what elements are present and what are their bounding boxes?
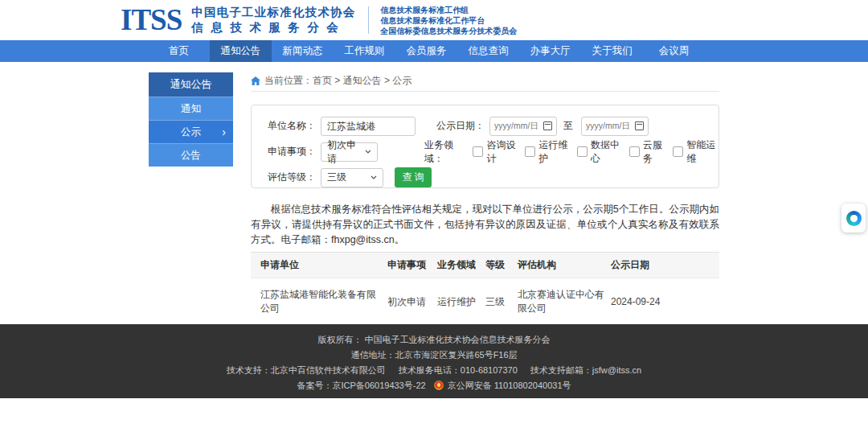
apply-item-value: 初次申请 xyxy=(327,138,365,166)
checkbox-icon[interactable] xyxy=(525,146,535,157)
publicity-date-end-input[interactable]: yyyy/mm/日 xyxy=(581,117,649,136)
sidebar-title: 通知公告 xyxy=(149,72,233,97)
footer-support: 技术支持：北京中百信软件技术有限公司 xyxy=(227,365,386,375)
table-row: 江苏盐城港智能化装备有限公司 初次申请 运行维护 三级 北京赛迪认证中心有限公司… xyxy=(251,278,719,326)
footer-police[interactable]: 京公网安备 11010802040031号 xyxy=(448,381,571,390)
apply-item-select[interactable]: 初次申请 xyxy=(321,142,378,162)
apply-item-label: 申请事项： xyxy=(261,145,316,158)
police-badge-icon xyxy=(434,381,444,390)
checkbox-operation-maintenance[interactable]: 运行维护 xyxy=(525,138,571,166)
site-footer: 版权所有： 中国电子工业标准化技术协会信息技术服务分会 通信地址：北京市海淀区复… xyxy=(0,324,868,398)
nav-item-work-rules[interactable]: 工作规则 xyxy=(334,40,395,62)
checkbox-label: 咨询设计 xyxy=(486,138,518,166)
footer-support-line: 技术支持：北京中百信软件技术有限公司 技术服务电话：010-68107370 技… xyxy=(220,365,648,375)
publicity-notice-text: 根据信息技术服务标准符合性评估相关规定，现对以下单位进行公示，公示期5个工作日。… xyxy=(251,202,719,248)
breadcrumb-path: 首页 > 通知公告 > 公示 xyxy=(313,74,411,88)
business-domain-group: 业务领域： 咨询设计 运行维护 数据中心 云服务 xyxy=(424,138,719,166)
date-range-to-label: 至 xyxy=(563,119,573,133)
chevron-right-icon: › xyxy=(222,121,226,143)
table-header-apply-item: 申请事项 xyxy=(387,253,437,278)
tagline-3: 全国信标委信息技术服务分技术委员会 xyxy=(380,26,517,36)
table-cell-assessor: 北京赛迪认证中心有限公司 xyxy=(518,278,611,326)
nav-item-home[interactable]: 首页 xyxy=(148,40,210,62)
sidebar-item-announcement[interactable]: 公告 xyxy=(149,143,233,167)
grade-select[interactable]: 三级 xyxy=(321,168,383,187)
nav-item-notices[interactable]: 通知公告 xyxy=(210,40,272,62)
unit-name-input[interactable]: 江苏盐城港 xyxy=(321,117,416,136)
grade-value: 三级 xyxy=(327,171,346,184)
sidebar-item-label: 公示 xyxy=(181,126,201,138)
checkbox-label: 智能运维 xyxy=(686,138,719,166)
unit-name-label: 单位名称： xyxy=(261,119,316,133)
calendar-icon[interactable] xyxy=(635,121,644,130)
publicity-date-start-input[interactable]: yyyy/mm/日 xyxy=(489,117,557,136)
org-name: 中国电子工业标准化技术协会 信息技术服务分会 xyxy=(191,5,355,35)
checkbox-label: 运行维护 xyxy=(538,138,571,166)
footer-beian-line: 备案号：京ICP备06019433号-22 京公网安备 110108020400… xyxy=(297,381,571,390)
business-domain-label: 业务领域： xyxy=(424,138,466,166)
feedback-widget-button[interactable] xyxy=(841,204,866,233)
checkbox-label: 数据中心 xyxy=(591,138,623,166)
table-cell-date: 2024-09-24 xyxy=(611,278,719,326)
nav-item-service-hall[interactable]: 办事大厅 xyxy=(519,40,581,62)
chevron-down-icon xyxy=(365,150,371,154)
tagline-2: 信息技术服务标准化工作平台 xyxy=(380,15,517,26)
footer-copyright: 版权所有： 中国电子工业标准化技术协会信息技术服务分会 xyxy=(317,335,550,344)
checkbox-consulting-design[interactable]: 咨询设计 xyxy=(473,138,518,166)
header-divider xyxy=(368,6,369,34)
date-placeholder: yyyy/mm/日 xyxy=(586,121,630,132)
checkbox-cloud-service[interactable]: 云服务 xyxy=(629,138,666,166)
main-content: 当前位置： 首页 > 通知公告 > 公示 单位名称： 江苏盐城港 公示日期： y… xyxy=(251,68,719,354)
table-cell-unit: 江苏盐城港智能化装备有限公司 xyxy=(251,278,387,326)
table-header-grade: 等级 xyxy=(485,253,518,278)
footer-address: 通信地址：北京市海淀区复兴路65号F16层 xyxy=(350,350,517,360)
checkbox-icon[interactable] xyxy=(629,146,640,157)
breadcrumb: 当前位置： 首页 > 通知公告 > 公示 xyxy=(251,68,719,88)
chevron-down-icon xyxy=(371,175,377,179)
search-form: 单位名称： 江苏盐城港 公示日期： yyyy/mm/日 至 yyyy/mm/日 … xyxy=(251,105,719,188)
calendar-icon[interactable] xyxy=(543,121,552,130)
sidebar-item-notice[interactable]: 通知 xyxy=(149,97,233,120)
checkbox-icon[interactable] xyxy=(673,146,683,157)
publicity-date-label: 公示日期： xyxy=(420,119,485,133)
breadcrumb-label: 当前位置： xyxy=(264,74,313,88)
sidebar-item-label: 通知 xyxy=(181,103,201,114)
sidebar: 通知公告 通知 公示 › 公告 xyxy=(149,72,233,167)
org-name-line2: 信息技术服务分会 xyxy=(191,20,355,35)
checkbox-icon[interactable] xyxy=(473,146,483,157)
table-header-assessor: 评估机构 xyxy=(518,253,611,278)
table-cell-apply-item: 初次申请 xyxy=(387,278,437,326)
footer-icp[interactable]: 备案号：京ICP备06019433号-22 xyxy=(297,381,425,390)
nav-item-member-services[interactable]: 会员服务 xyxy=(395,40,457,62)
feedback-swirl-icon xyxy=(846,211,862,226)
checkbox-data-center[interactable]: 数据中心 xyxy=(577,138,623,166)
publicity-table: 申请单位 申请事项 业务领域 等级 评估机构 公示日期 江苏盐城港智能化装备有限… xyxy=(251,252,719,326)
main-nav: 首页 通知公告 新闻动态 工作规则 会员服务 信息查询 办事大厅 关于我们 会议… xyxy=(0,40,868,62)
itss-logo: ITSS xyxy=(121,3,182,37)
grade-label: 评估等级： xyxy=(261,171,316,184)
table-header-row: 申请单位 申请事项 业务领域 等级 评估机构 公示日期 xyxy=(251,253,719,278)
header-taglines: 信息技术服务标准工作组 信息技术服务标准化工作平台 全国信标委信息技术服务分技术… xyxy=(380,5,517,36)
nav-item-info-query[interactable]: 信息查询 xyxy=(457,40,519,62)
table-cell-domain: 运行维护 xyxy=(437,278,485,326)
nav-item-about-us[interactable]: 关于我们 xyxy=(581,40,643,62)
table-header-domain: 业务领域 xyxy=(437,253,485,278)
sidebar-item-publicity[interactable]: 公示 › xyxy=(149,120,233,143)
tagline-1: 信息技术服务标准工作组 xyxy=(380,5,517,15)
table-header-unit: 申请单位 xyxy=(251,253,387,278)
checkbox-label: 云服务 xyxy=(643,138,666,166)
home-icon xyxy=(251,76,260,85)
checkbox-icon[interactable] xyxy=(577,146,588,157)
nav-item-conference-week[interactable]: 会议周 xyxy=(643,40,705,62)
org-name-line1: 中国电子工业标准化技术协会 xyxy=(191,5,355,20)
breadcrumb-divider xyxy=(251,91,719,92)
table-cell-grade: 三级 xyxy=(485,278,518,326)
site-header: ITSS 中国电子工业标准化技术协会 信息技术服务分会 信息技术服务标准工作组 … xyxy=(0,0,868,40)
footer-phone: 技术服务电话：010-68107370 xyxy=(399,365,518,375)
checkbox-intelligent-operation[interactable]: 智能运维 xyxy=(673,138,719,166)
nav-item-news[interactable]: 新闻动态 xyxy=(272,40,334,62)
footer-email: 技术支持邮箱：jsfw@itss.cn xyxy=(530,365,641,375)
date-placeholder: yyyy/mm/日 xyxy=(494,121,538,132)
query-button[interactable]: 查询 xyxy=(395,167,432,187)
sidebar-item-label: 公告 xyxy=(181,150,201,161)
